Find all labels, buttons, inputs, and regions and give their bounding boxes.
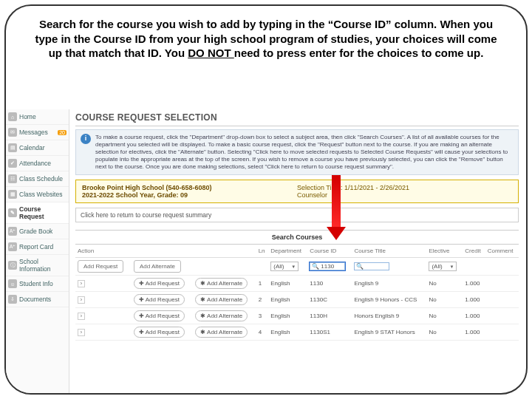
sidebar-item-student-info[interactable]: ☺ Student Info: [6, 276, 69, 292]
info-box: i To make a course request, click the "D…: [75, 129, 519, 175]
messages-badge: 20: [58, 130, 66, 135]
sidebar-item-school-information[interactable]: ⓘ School Information: [6, 255, 69, 276]
col-course-id[interactable]: Course ID: [307, 245, 352, 258]
cell-comment: [485, 292, 519, 308]
info-icon: i: [81, 134, 91, 144]
sidebar-label: Grade Book: [19, 228, 52, 235]
cell-credit: 1.000: [463, 276, 485, 292]
instruction-part2: need to press enter for the choices to c…: [234, 47, 484, 59]
schedule-icon: ☷: [8, 174, 17, 183]
table-row: ›✚ Add Request✱ Add Alternate3English113…: [75, 308, 519, 324]
search-icon: 🔍: [312, 263, 319, 270]
gradebook-icon: A⁺: [8, 227, 17, 236]
elective-filter[interactable]: (All): [429, 262, 457, 271]
cell-course-title: Honors English 9: [352, 308, 426, 324]
cell-department: English: [268, 292, 307, 308]
sidebar-item-report-card[interactable]: A⁺ Report Card: [6, 239, 69, 255]
cell-course-title: English 9 Honors - CCS: [352, 292, 426, 308]
add-request-button[interactable]: ✚ Add Request: [134, 310, 185, 321]
sidebar: ⌂ Home ✉ Messages 20 ▤ Calendar ✔ Attend…: [6, 109, 69, 393]
col-elective[interactable]: Elective: [426, 245, 463, 258]
add-alternate-button[interactable]: ✱ Add Alternate: [195, 310, 248, 321]
page-title: COURSE REQUEST SELECTION: [75, 109, 519, 124]
cell-course-id: 1130: [307, 276, 352, 292]
cell-ln: 4: [256, 324, 269, 341]
cell-course-title: English 9: [352, 276, 426, 292]
main-content: COURSE REQUEST SELECTION i To make a cou…: [69, 109, 526, 393]
cell-comment: [485, 324, 519, 341]
sidebar-label: Documents: [19, 296, 51, 303]
add-alternate-button[interactable]: ✱ Add Alternate: [195, 327, 248, 338]
sidebar-label: Attendance: [19, 160, 51, 167]
cell-credit: 1.000: [463, 292, 485, 308]
col-course-title[interactable]: Course Title: [352, 245, 426, 258]
add-request-header-button[interactable]: Add Request: [78, 260, 123, 273]
expand-row-icon[interactable]: ›: [78, 296, 85, 304]
sidebar-item-calendar[interactable]: ▤ Calendar: [6, 140, 69, 156]
student-icon: ☺: [8, 279, 17, 288]
course-grid: Action Ln Department Course ID Course Ti…: [75, 245, 519, 341]
info-text: To make a course request, click the "Dep…: [95, 134, 514, 171]
course-id-filter[interactable]: 🔍1130: [310, 262, 345, 270]
sidebar-label: Student Info: [19, 280, 53, 287]
add-alternate-button[interactable]: ✱ Add Alternate: [195, 278, 248, 289]
cell-course-id: 1130H: [307, 308, 352, 324]
cell-comment: [485, 276, 519, 292]
search-courses-header: Search Courses: [75, 230, 519, 245]
cell-credit: 1.000: [463, 324, 485, 341]
cell-department: English: [268, 324, 307, 341]
add-request-button[interactable]: ✚ Add Request: [134, 278, 185, 289]
sidebar-label: Home: [19, 113, 36, 120]
sidebar-item-home[interactable]: ⌂ Home: [6, 109, 69, 125]
sidebar-label: Class Schedule: [19, 175, 63, 183]
mail-icon: ✉: [8, 128, 17, 137]
col-action[interactable]: Action: [75, 245, 193, 258]
table-row: ›✚ Add Request✱ Add Alternate2English113…: [75, 292, 519, 308]
calendar-icon: ▤: [8, 143, 17, 152]
sidebar-item-class-schedule[interactable]: ☷ Class Schedule: [6, 171, 69, 187]
table-row: ›✚ Add Request✱ Add Alternate1English113…: [75, 276, 519, 292]
department-filter[interactable]: (All): [270, 262, 299, 271]
sidebar-item-class-websites[interactable]: ▦ Class Websites: [6, 187, 69, 202]
websites-icon: ▦: [8, 190, 17, 199]
cell-course-title: English 9 STAT Honors: [352, 324, 426, 341]
home-icon: ⌂: [8, 112, 17, 121]
red-arrow-annotation: [327, 175, 346, 245]
col-ln[interactable]: Ln: [256, 245, 269, 258]
cell-ln: 2: [256, 292, 269, 308]
selection-time: Selection Time: 1/11/2021 - 2/26/2021: [297, 184, 409, 191]
sidebar-label: Report Card: [19, 243, 53, 250]
documents-icon: ⇩: [8, 295, 17, 304]
col-credit[interactable]: Credit: [463, 245, 485, 258]
sidebar-item-attendance[interactable]: ✔ Attendance: [6, 156, 69, 171]
school-year: 2021-2022 School Year, Grade: 09: [82, 191, 188, 199]
return-summary-link[interactable]: Click here to return to course request s…: [75, 208, 519, 222]
sidebar-item-course-request[interactable]: ✎ Course Request: [6, 202, 69, 224]
sidebar-item-messages[interactable]: ✉ Messages 20: [6, 125, 69, 140]
add-request-button[interactable]: ✚ Add Request: [134, 327, 185, 338]
course-title-filter[interactable]: 🔍: [354, 262, 389, 270]
cell-credit: 1.000: [463, 308, 485, 324]
search-icon: 🔍: [356, 263, 364, 270]
add-request-button[interactable]: ✚ Add Request: [134, 294, 185, 305]
expand-row-icon[interactable]: ›: [78, 280, 85, 287]
course-request-icon: ✎: [8, 208, 17, 217]
cell-elective: No: [426, 276, 463, 292]
col-department[interactable]: Department: [268, 245, 307, 258]
sidebar-item-documents[interactable]: ⇩ Documents: [6, 292, 69, 307]
table-row: ›✚ Add Request✱ Add Alternate4English113…: [75, 324, 519, 341]
attendance-icon: ✔: [8, 159, 17, 168]
col-comment[interactable]: Comment: [485, 245, 519, 258]
sidebar-label: Course Request: [19, 205, 66, 220]
cell-comment: [485, 308, 519, 324]
sidebar-item-grade-book[interactable]: A⁺ Grade Book: [6, 224, 69, 239]
cell-ln: 3: [256, 308, 269, 324]
expand-row-icon[interactable]: ›: [78, 313, 85, 320]
cell-course-id: 1130S1: [307, 324, 352, 341]
expand-row-icon[interactable]: ›: [78, 329, 85, 336]
add-alternate-header-button[interactable]: Add Alternate: [134, 260, 181, 273]
cell-elective: No: [426, 292, 463, 308]
add-alternate-button[interactable]: ✱ Add Alternate: [195, 294, 248, 305]
instruction-text: Search for the course you wish to add by…: [6, 6, 526, 66]
cell-department: English: [268, 276, 307, 292]
